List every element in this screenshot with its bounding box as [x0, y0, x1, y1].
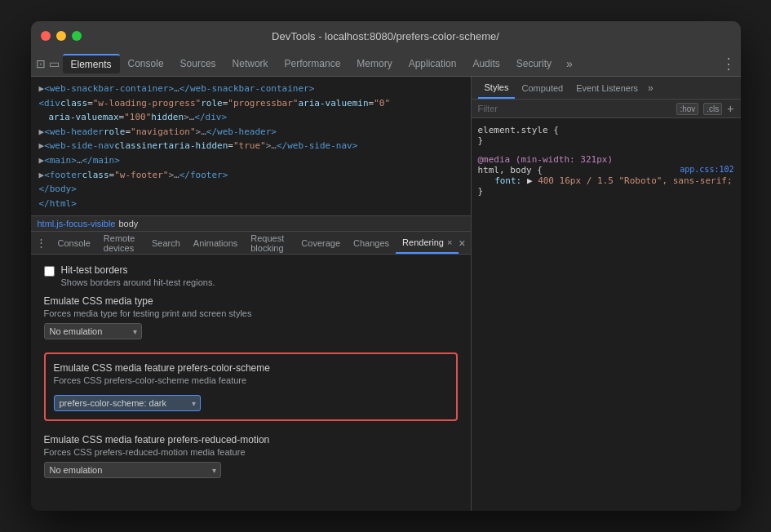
window-title: DevTools - localhost:8080/prefers-color-… — [272, 30, 499, 42]
main-tabs-bar: ⊡ ▭ Elements Console Sources Network Per… — [31, 51, 741, 77]
inspect-icon[interactable]: ⊡ — [36, 57, 46, 70]
hit-test-borders-label: Hit-test borders — [61, 264, 215, 276]
hit-test-borders-desc: Shows borders around hit-test regions. — [61, 277, 215, 287]
drawer-tab-animations[interactable]: Animations — [187, 232, 244, 254]
drawer-tab-coverage[interactable]: Coverage — [295, 232, 347, 254]
styles-filter-bar: :hov .cls + — [472, 100, 741, 118]
prefers-reduced-motion-group: Emulate CSS media feature prefers-reduce… — [44, 434, 458, 478]
titlebar: DevTools - localhost:8080/prefers-color-… — [31, 21, 741, 51]
code-line-7: ▶ <footer class="w-footer">…</footer> — [39, 168, 463, 183]
close-button[interactable] — [41, 31, 51, 41]
devtools-menu-icon[interactable]: ⋮ — [721, 55, 736, 73]
drawer-menu-icon[interactable]: ⋮ — [36, 237, 47, 249]
maximize-button[interactable] — [72, 31, 82, 41]
more-tabs-icon[interactable]: » — [561, 54, 578, 73]
prefers-color-scheme-select-wrapper: No emulation prefers-color-scheme: dark … — [54, 395, 201, 411]
add-style-rule-button[interactable]: + — [727, 102, 733, 115]
drawer-tab-remote[interactable]: Remote devices — [97, 232, 145, 254]
breadcrumb: html.js-focus-visible body — [31, 216, 471, 232]
tab-application[interactable]: Application — [401, 55, 465, 73]
drawer-tab-rendering[interactable]: Rendering × — [396, 232, 459, 254]
code-line-9: </html> — [39, 197, 463, 211]
hit-test-borders-checkbox[interactable] — [44, 266, 55, 277]
styles-filter-input[interactable] — [478, 104, 672, 113]
content-area: ▶ <web-snackbar-container>…</web-snackba… — [31, 77, 741, 511]
devtools-window: DevTools - localhost:8080/prefers-color-… — [31, 21, 741, 511]
prefers-reduced-motion-desc: Forces CSS prefers-reduced-motion media … — [44, 447, 458, 457]
css-media-type-group: Emulate CSS media type Forces media type… — [44, 295, 458, 339]
device-icon[interactable]: ▭ — [49, 57, 60, 70]
tab-elements[interactable]: Elements — [63, 54, 120, 73]
hit-test-borders-row: Hit-test borders Shows borders around hi… — [44, 264, 458, 287]
drawer-close-icon[interactable]: × — [459, 237, 465, 250]
element-style-selector: element.style { — [478, 125, 559, 135]
styles-panel: Styles Computed Event Listeners » :hov .… — [472, 77, 741, 511]
font-property: font: — [494, 175, 521, 186]
minimize-button[interactable] — [56, 31, 66, 41]
media-query: @media (min-width: 321px) — [478, 154, 614, 165]
cls-filter-button[interactable]: .cls — [703, 103, 722, 115]
drawer-tab-changes[interactable]: Changes — [347, 232, 396, 254]
prefers-color-scheme-box: Emulate CSS media feature prefers-color-… — [44, 352, 458, 421]
styles-tab-computed[interactable]: Computed — [515, 77, 569, 99]
prefers-color-scheme-desc: Forces CSS prefers-color-scheme media fe… — [54, 375, 448, 385]
styles-tab-event-listeners[interactable]: Event Listeners — [569, 77, 645, 99]
style-rule-element: element.style { } — [478, 125, 734, 146]
html-body-selector: html, body { — [478, 165, 543, 175]
code-line-1: ▶ <web-snackbar-container>…</web-snackba… — [39, 82, 463, 96]
code-line-6: ▶ <main>…</main> — [39, 153, 463, 168]
rendering-tab-close[interactable]: × — [447, 237, 452, 247]
code-line-8: </body> — [39, 182, 463, 197]
drawer-tab-console[interactable]: Console — [51, 232, 97, 254]
code-line-2: <div class="w-loading-progress" role="pr… — [39, 96, 463, 111]
css-media-type-select-wrapper: No emulation print screen — [44, 323, 142, 339]
styles-tab-styles[interactable]: Styles — [478, 77, 516, 99]
traffic-lights — [41, 31, 82, 41]
tab-console[interactable]: Console — [120, 55, 172, 73]
dom-tree[interactable]: ▶ <web-snackbar-container>…</web-snackba… — [31, 77, 471, 216]
breadcrumb-body[interactable]: body — [118, 219, 138, 228]
drawer-tab-request-blocking[interactable]: Request blocking — [244, 232, 295, 254]
tab-audits[interactable]: Audits — [464, 55, 507, 73]
css-media-type-label: Emulate CSS media type — [44, 295, 458, 307]
elements-panel: ▶ <web-snackbar-container>…</web-snackba… — [31, 77, 472, 511]
prefers-color-scheme-label: Emulate CSS media feature prefers-color-… — [54, 362, 448, 374]
tab-network[interactable]: Network — [224, 55, 277, 73]
font-value: 400 16px / 1.5 "Roboto", sans-serif; — [538, 175, 732, 186]
breadcrumb-html[interactable]: html.js-focus-visible — [38, 219, 116, 228]
prefers-reduced-motion-label: Emulate CSS media feature prefers-reduce… — [44, 434, 458, 446]
tab-performance[interactable]: Performance — [277, 55, 349, 73]
prefers-color-scheme-select[interactable]: No emulation prefers-color-scheme: dark … — [54, 395, 201, 411]
css-media-type-select[interactable]: No emulation print screen — [44, 323, 142, 339]
tab-security[interactable]: Security — [508, 55, 560, 73]
css-media-type-desc: Forces media type for testing print and … — [44, 308, 458, 318]
prefers-reduced-motion-select[interactable]: No emulation prefers-reduced-motion: red… — [44, 462, 221, 478]
tab-memory[interactable]: Memory — [348, 55, 400, 73]
drawer-tabs-bar: ⋮ Console Remote devices Search Animatio… — [31, 232, 471, 255]
code-line-3: aria-valuemax="100" hidden>…</div> — [39, 110, 463, 125]
styles-content: element.style { } @media (min-width: 321… — [472, 118, 741, 511]
style-rule-media: @media (min-width: 321px) html, body { a… — [478, 154, 734, 197]
style-source-link[interactable]: app.css:102 — [680, 165, 733, 174]
drawer-tab-search[interactable]: Search — [145, 232, 187, 254]
styles-tabs-more-icon[interactable]: » — [648, 82, 654, 94]
hover-filter-button[interactable]: :hov — [676, 103, 698, 115]
styles-tabs-bar: Styles Computed Event Listeners » — [472, 77, 741, 100]
code-line-5: ▶ <web-side-nav class inert aria-hidden=… — [39, 139, 463, 153]
code-line-4: ▶ <web-header role="navigation">…</web-h… — [39, 125, 463, 140]
prefers-reduced-motion-select-wrapper: No emulation prefers-reduced-motion: red… — [44, 462, 221, 478]
tab-sources[interactable]: Sources — [172, 55, 224, 73]
rendering-panel: Hit-test borders Shows borders around hi… — [31, 255, 471, 511]
